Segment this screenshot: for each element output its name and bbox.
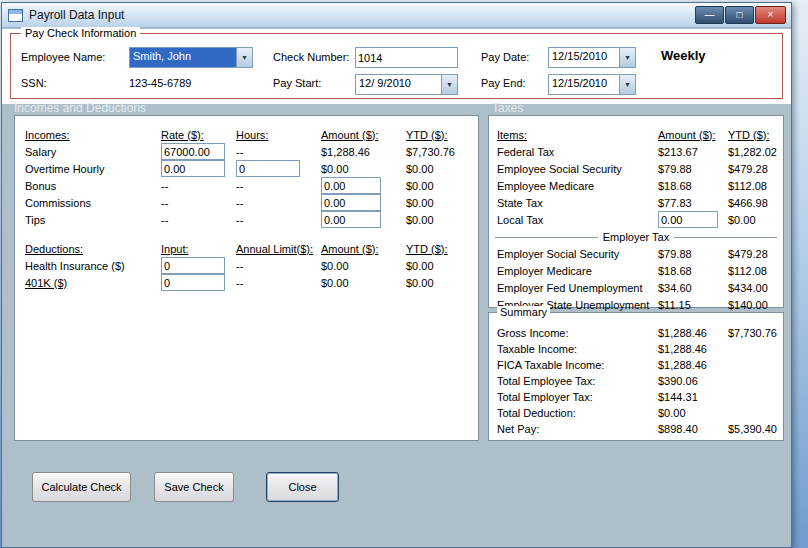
summary-row-gross: Gross Income: $1,288.46 $7,730.76 bbox=[489, 325, 783, 341]
income-amount: $1,288.46 bbox=[321, 146, 406, 158]
bonus-amount-input[interactable] bbox=[321, 177, 381, 194]
income-hours: -- bbox=[236, 146, 321, 158]
employer-tax-header: Employer Tax bbox=[598, 231, 674, 243]
income-ytd: $0.00 bbox=[406, 214, 478, 226]
taxes-header-row: Items: Amount ($): YTD ($): bbox=[489, 126, 783, 143]
income-rate: -- bbox=[161, 214, 236, 226]
summary-name: Taxable Income: bbox=[497, 343, 658, 355]
tax-amount: $79.88 bbox=[658, 163, 728, 175]
income-name: Commissions bbox=[25, 197, 161, 209]
chevron-down-icon[interactable]: ▼ bbox=[236, 48, 252, 67]
tax-row-federal: Federal Tax $213.67 $1,282.02 bbox=[489, 143, 783, 160]
income-rate: -- bbox=[161, 197, 236, 209]
close-button[interactable]: Close bbox=[266, 472, 339, 502]
check-number-label: Check Number: bbox=[273, 51, 349, 63]
amount-header: Amount ($): bbox=[658, 129, 728, 141]
tax-amount: $34.60 bbox=[658, 282, 728, 294]
income-row-salary: Salary -- $1,288.46 $7,730.76 bbox=[15, 143, 478, 160]
pay-check-info-legend: Pay Check Information bbox=[21, 27, 140, 39]
amount-header: Amount ($): bbox=[321, 129, 406, 141]
deduction-name: 401K ($) bbox=[25, 277, 161, 289]
chevron-down-icon[interactable]: ▼ bbox=[619, 75, 635, 94]
tax-ytd: $479.28 bbox=[728, 163, 783, 175]
income-hours: -- bbox=[236, 197, 321, 209]
employee-name-label: Employee Name: bbox=[21, 51, 105, 63]
tax-row-employee-medicare: Employee Medicare $18.68 $112.08 bbox=[489, 177, 783, 194]
tax-name: Employee Medicare bbox=[497, 180, 658, 192]
ssn-label: SSN: bbox=[21, 77, 47, 89]
hours-header: Hours: bbox=[236, 129, 321, 141]
summary-group: Summary Gross Income: $1,288.46 $7,730.7… bbox=[488, 312, 784, 441]
deduction-row-health-insurance: Health Insurance ($) -- $0.00 $0.00 bbox=[15, 257, 478, 274]
maximize-button[interactable]: □ bbox=[725, 6, 754, 24]
summary-amount: $0.00 bbox=[658, 407, 728, 419]
summary-legend: Summary bbox=[497, 306, 550, 318]
summary-name: Gross Income: bbox=[497, 327, 658, 339]
summary-name: Total Employer Tax: bbox=[497, 391, 658, 403]
tax-ytd: $1,282.02 bbox=[728, 146, 783, 158]
deductions-header-row: Deductions: Input: Annual Limit($): Amou… bbox=[15, 240, 478, 257]
employer-tax-separator: Employer Tax bbox=[495, 230, 777, 244]
window-title: Payroll Data Input bbox=[29, 8, 124, 22]
salary-rate-input[interactable] bbox=[161, 143, 225, 160]
summary-row-total-deduction: Total Deduction: $0.00 bbox=[489, 405, 783, 421]
chevron-down-icon[interactable]: ▼ bbox=[441, 75, 457, 94]
summary-name: Total Employee Tax: bbox=[497, 375, 658, 387]
summary-row-fica: FICA Taxable Income: $1,288.46 bbox=[489, 357, 783, 373]
app-icon bbox=[8, 9, 23, 22]
summary-amount: $1,288.46 bbox=[658, 327, 728, 339]
summary-name: Net Pay: bbox=[497, 423, 658, 435]
pay-start-datepicker[interactable]: 12/ 9/2010 ▼ bbox=[355, 74, 458, 95]
income-rate: -- bbox=[161, 180, 236, 192]
summary-amount: $144.31 bbox=[658, 391, 728, 403]
employee-name-value: Smith, John bbox=[130, 48, 236, 67]
pay-date-label: Pay Date: bbox=[481, 51, 529, 63]
pay-end-value: 12/15/2010 bbox=[549, 75, 619, 94]
tax-amount: $11.15 bbox=[658, 299, 728, 311]
employee-name-dropdown[interactable]: Smith, John ▼ bbox=[129, 47, 253, 68]
close-window-button[interactable]: × bbox=[755, 6, 786, 24]
income-ytd: $0.00 bbox=[406, 180, 478, 192]
income-row-overtime: Overtime Hourly $0.00 $0.00 bbox=[15, 160, 478, 177]
commissions-amount-input[interactable] bbox=[321, 194, 381, 211]
title-bar: Payroll Data Input — □ × bbox=[2, 3, 791, 28]
ytd-header: YTD ($): bbox=[728, 129, 783, 141]
health-insurance-input[interactable] bbox=[161, 257, 225, 274]
income-name: Overtime Hourly bbox=[25, 163, 161, 175]
tips-amount-input[interactable] bbox=[321, 211, 381, 228]
save-check-button[interactable]: Save Check bbox=[154, 472, 234, 502]
taxes-panel: Items: Amount ($): YTD ($): Federal Tax … bbox=[488, 115, 784, 308]
pay-end-datepicker[interactable]: 12/15/2010 ▼ bbox=[548, 74, 636, 95]
incomes-header: Incomes: bbox=[25, 129, 161, 141]
tax-row-employer-fed-unemployment: Employer Fed Unemployment $34.60 $434.00 bbox=[489, 279, 783, 296]
annual-limit-header: Annual Limit($): bbox=[236, 243, 321, 255]
401k-input[interactable] bbox=[161, 274, 225, 291]
summary-amount: $898.40 bbox=[658, 423, 728, 435]
check-number-input[interactable] bbox=[355, 47, 458, 68]
incomes-deductions-panel: Incomes: Rate ($): Hours: Amount ($): YT… bbox=[14, 115, 479, 441]
tax-row-state: State Tax $77.83 $466.98 bbox=[489, 194, 783, 211]
summary-row-total-employee-tax: Total Employee Tax: $390.06 bbox=[489, 373, 783, 389]
income-amount: $0.00 bbox=[321, 163, 406, 175]
pay-date-datepicker[interactable]: 12/15/2010 ▼ bbox=[548, 47, 636, 68]
overtime-rate-input[interactable] bbox=[161, 160, 225, 177]
pay-date-value: 12/15/2010 bbox=[549, 48, 619, 67]
incomes-header-row: Incomes: Rate ($): Hours: Amount ($): YT… bbox=[15, 126, 478, 143]
overtime-hours-input[interactable] bbox=[236, 160, 300, 177]
tax-ytd: $112.08 bbox=[728, 180, 783, 192]
pay-frequency-label: Weekly bbox=[661, 48, 706, 63]
summary-row-taxable: Taxable Income: $1,288.46 bbox=[489, 341, 783, 357]
income-ytd: $0.00 bbox=[406, 163, 478, 175]
pay-start-label: Pay Start: bbox=[273, 77, 321, 89]
tax-name: Employer Social Security bbox=[497, 248, 658, 260]
local-tax-input[interactable] bbox=[658, 211, 718, 228]
calculate-check-button[interactable]: Calculate Check bbox=[32, 472, 131, 502]
tax-row-employee-social-security: Employee Social Security $79.88 $479.28 bbox=[489, 160, 783, 177]
pay-start-value: 12/ 9/2010 bbox=[356, 75, 441, 94]
tax-row-employer-social-security: Employer Social Security $79.88 $479.28 bbox=[489, 245, 783, 262]
minimize-button[interactable]: — bbox=[695, 6, 724, 24]
summary-row-net-pay: Net Pay: $898.40 $5,390.40 bbox=[489, 421, 783, 437]
incomes-deductions-section-header: Incomes and Deductions bbox=[14, 101, 146, 115]
chevron-down-icon[interactable]: ▼ bbox=[619, 48, 635, 67]
deduction-amount: $0.00 bbox=[321, 277, 406, 289]
